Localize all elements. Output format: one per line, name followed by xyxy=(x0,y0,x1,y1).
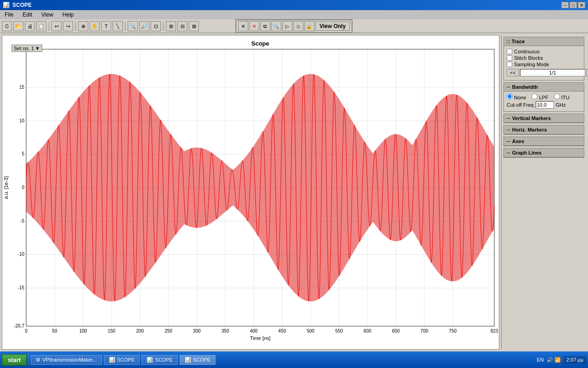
nav-prev-btn[interactable]: << xyxy=(507,69,519,76)
menu-file[interactable]: File xyxy=(2,11,16,19)
menu-help[interactable]: Help xyxy=(60,11,77,19)
set-label-text: Set no. 1 xyxy=(14,46,34,51)
lang-indicator: EN xyxy=(537,357,544,362)
none-radio-label[interactable]: None xyxy=(507,93,526,100)
axes-collapse-icon: ─ xyxy=(507,138,510,144)
zoom-fit-btn[interactable]: ⊡ xyxy=(151,21,161,31)
menu-edit[interactable]: Edit xyxy=(20,11,35,19)
chart-canvas[interactable] xyxy=(2,35,499,349)
taskbar-right: EN 🔊 📶 2:07 μμ xyxy=(537,356,587,363)
view2-btn[interactable]: ⊟ xyxy=(177,21,187,31)
scope2-label: SCOPE xyxy=(155,357,173,362)
ft-cross-btn[interactable]: ✕ xyxy=(238,21,248,31)
vertical-markers-section: ─ Vertical Markers xyxy=(503,114,584,123)
nav-value-input[interactable] xyxy=(520,69,585,76)
trace-header-label: Trace xyxy=(512,39,525,44)
ft-search-btn[interactable]: 🔍 xyxy=(271,21,281,31)
stitch-blocks-row: Stitch Blocks xyxy=(507,55,581,61)
continuous-row: Continuous xyxy=(507,49,581,54)
bandwidth-section: ─ Bandwidth None LPF ITU xyxy=(503,82,584,112)
hm-collapse-icon: ─ xyxy=(507,127,510,132)
open-btn[interactable]: 📂 xyxy=(13,21,23,31)
horiz-markers-header[interactable]: ─ Horiz. Markers xyxy=(504,126,584,134)
trace-header[interactable]: □ Trace xyxy=(504,37,584,46)
horiz-markers-section: ─ Horiz. Markers xyxy=(503,125,584,135)
scope1-icon: 📊 xyxy=(109,357,115,363)
pan-btn[interactable]: ✋ xyxy=(90,21,100,31)
title-bar: 📊 SCOPE ─ □ ✕ xyxy=(0,0,588,10)
itu-radio-label[interactable]: ITU xyxy=(554,93,570,100)
axes-label: Axes xyxy=(512,138,524,144)
vertical-markers-label: Vertical Markers xyxy=(512,115,551,121)
ft-lock-btn[interactable]: 🔒 xyxy=(304,21,314,31)
cutoff-unit: GHz xyxy=(556,102,566,108)
axes-header[interactable]: ─ Axes xyxy=(504,137,584,146)
sep4 xyxy=(163,22,164,31)
taskbar-icons: 🔊 📶 xyxy=(547,357,561,363)
scope3-label: SCOPE xyxy=(193,357,211,362)
vm-collapse-icon: ─ xyxy=(507,115,510,121)
ft-red-btn[interactable]: ✕ xyxy=(249,21,259,31)
undo-btn[interactable]: ↩ xyxy=(51,21,62,31)
stitch-blocks-label: Stitch Blocks xyxy=(514,55,543,61)
bandwidth-header-label: Bandwidth xyxy=(512,84,538,90)
trace-collapse-icon: □ xyxy=(507,39,510,44)
sep3 xyxy=(125,22,125,31)
select-btn[interactable]: ⊕ xyxy=(78,21,88,31)
set-label-arrow: ▼ xyxy=(35,46,40,51)
cutoff-row: Cut-off Freq GHz xyxy=(507,101,581,109)
close-button[interactable]: ✕ xyxy=(578,2,585,8)
start-button[interactable]: start xyxy=(2,354,27,366)
view3-btn[interactable]: ⊠ xyxy=(189,21,199,31)
axes-section: ─ Axes xyxy=(503,137,584,146)
bandwidth-header[interactable]: ─ Bandwidth xyxy=(504,83,584,92)
taskbar-scope2-btn[interactable]: 📊 SCOPE xyxy=(141,355,178,365)
graph-lines-section: ─ Graph Lines xyxy=(503,148,584,158)
horiz-markers-label: Horiz. Markers xyxy=(512,127,547,132)
clock: 2:07 μμ xyxy=(564,356,586,363)
text-btn[interactable]: T xyxy=(101,21,111,31)
taskbar-vpi-btn[interactable]: ⚙ VPItransmissionMaker... xyxy=(31,355,102,365)
print-btn[interactable]: 🖨 xyxy=(25,21,35,31)
right-panel: □ Trace Continuous Stitch Blocks Samplin… xyxy=(501,35,586,350)
nav-next-btn[interactable]: >> xyxy=(586,69,588,76)
zoom-out-btn[interactable]: 🔎 xyxy=(139,21,149,31)
zoom-in-btn[interactable]: 🔍 xyxy=(128,21,138,31)
scope2-icon: 📊 xyxy=(147,357,153,363)
graph-lines-header[interactable]: ─ Graph Lines xyxy=(504,149,584,157)
sep1 xyxy=(49,22,49,31)
ft-diamond-btn[interactable]: ◇ xyxy=(293,21,303,31)
toolbar-area: 🗋 📂 🖨 📋 ↩ ↪ ⊕ ✋ T ╲ 🔍 🔎 ⊡ ⊞ ⊟ ⊠ ✕ ✕ ⧉ 🔍 … xyxy=(0,19,588,33)
sampling-mode-checkbox[interactable] xyxy=(507,62,512,67)
maximize-button[interactable]: □ xyxy=(570,2,577,8)
lpf-radio[interactable] xyxy=(531,93,537,99)
view1-btn[interactable]: ⊞ xyxy=(166,21,176,31)
continuous-checkbox[interactable] xyxy=(507,49,512,54)
graph-lines-label: Graph Lines xyxy=(512,150,542,155)
trace-section: □ Trace Continuous Stitch Blocks Samplin… xyxy=(503,37,584,80)
ft-copy-btn[interactable]: ⧉ xyxy=(260,21,270,31)
lpf-radio-label[interactable]: LPF xyxy=(531,93,548,100)
minimize-button[interactable]: ─ xyxy=(561,2,569,8)
redo-btn[interactable]: ↪ xyxy=(63,21,73,31)
title-bar-controls: ─ □ ✕ xyxy=(561,2,585,8)
cutoff-input[interactable] xyxy=(536,101,554,109)
stitch-blocks-checkbox[interactable] xyxy=(507,55,512,61)
none-radio[interactable] xyxy=(507,93,513,99)
chart-container: a.u. [1e-3] Scope Set no. 1 ▼ xyxy=(2,35,499,350)
vertical-markers-header[interactable]: ─ Vertical Markers xyxy=(504,114,584,123)
copy-btn[interactable]: 📋 xyxy=(36,21,46,31)
new-btn[interactable]: 🗋 xyxy=(2,21,12,31)
menu-view[interactable]: View xyxy=(39,11,56,19)
vpi-label: VPItransmissionMaker... xyxy=(42,357,97,362)
ft-run-btn[interactable]: ▷ xyxy=(282,21,292,31)
set-label[interactable]: Set no. 1 ▼ xyxy=(11,45,42,52)
taskbar-scope3-btn[interactable]: 📊 SCOPE xyxy=(180,355,216,365)
scope1-label: SCOPE xyxy=(117,357,135,362)
line-btn[interactable]: ╲ xyxy=(113,21,123,31)
taskbar-scope1-btn[interactable]: 📊 SCOPE xyxy=(104,355,140,365)
menu-bar: File Edit View Help xyxy=(0,10,588,19)
vpi-icon: ⚙ xyxy=(36,357,40,363)
itu-radio[interactable] xyxy=(554,93,560,99)
bandwidth-body: None LPF ITU Cut-off Freq GHz xyxy=(504,92,584,111)
